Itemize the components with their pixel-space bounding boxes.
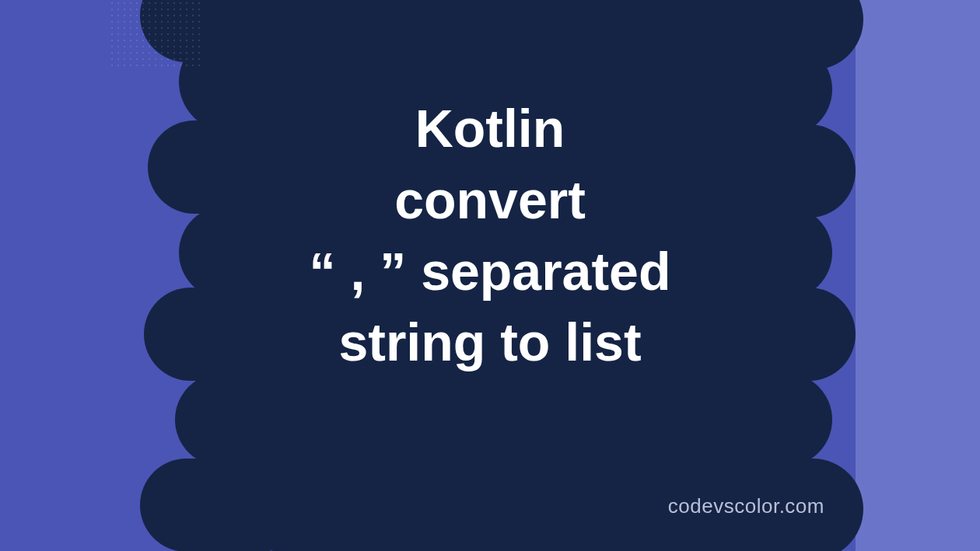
blob-bump [140, 459, 307, 551]
blob-bump [677, 373, 832, 466]
blob-bump [175, 373, 319, 466]
title-line-1: Kotlin [0, 93, 980, 165]
title-line-2: convert [0, 165, 980, 236]
title-line-4: string to list [0, 307, 980, 378]
banner-title: Kotlin convert “ , ” separated string to… [0, 93, 980, 378]
watermark-text: codevscolor.com [668, 494, 824, 518]
title-line-3: “ , ” separated [0, 236, 980, 308]
